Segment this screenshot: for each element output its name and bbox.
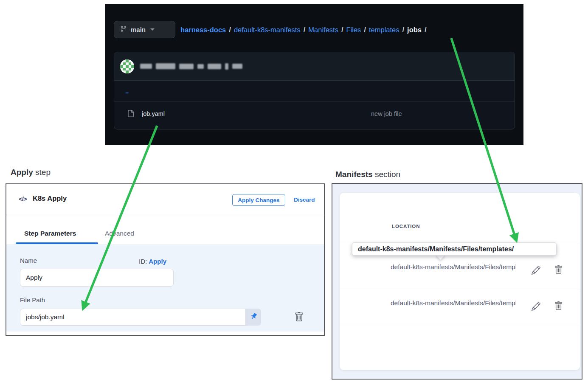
- breadcrumb-dir-manifests[interactable]: Manifests: [308, 26, 338, 34]
- branch-name: main: [131, 26, 146, 33]
- manifests-table-card: LOCATION default-k8s-manifests/Manifests…: [340, 193, 580, 370]
- tab-step-parameters[interactable]: Step Parameters: [24, 230, 76, 237]
- github-file-browser: main harness-docs / default-k8s-manifest…: [105, 4, 523, 145]
- delete-manifest-button[interactable]: [554, 301, 563, 310]
- name-field-label: Name: [20, 257, 37, 264]
- pin-icon: [250, 312, 258, 322]
- step-tabs: Step Parameters Advanced: [6, 215, 324, 245]
- avatar: [120, 59, 134, 73]
- id-prefix: ID:: [139, 258, 147, 265]
- breadcrumb-separator: /: [229, 26, 231, 34]
- manifests-section-panel: LOCATION default-k8s-manifests/Manifests…: [332, 183, 582, 380]
- trash-icon: [294, 317, 304, 323]
- step-header: </> K8s Apply Apply Changes Discard: [6, 184, 324, 215]
- file-path-field-label: File Path: [20, 296, 45, 304]
- manifest-row-location: default-k8s-manifests/Manifests/Files/te…: [391, 299, 516, 309]
- row-divider: [340, 325, 580, 325]
- parent-directory-link[interactable]: ..: [125, 87, 129, 95]
- breadcrumb-separator: /: [402, 26, 405, 34]
- code-step-icon: </>: [19, 195, 27, 203]
- apply-step-caption-bold: Apply: [11, 168, 33, 177]
- branch-selector[interactable]: main: [114, 21, 175, 38]
- manifests-caption-bold: Manifests: [335, 170, 373, 179]
- row-divider: [340, 289, 580, 289]
- chevron-down-icon: [150, 28, 155, 31]
- apply-step-caption-rest: step: [33, 168, 51, 177]
- name-input[interactable]: [20, 269, 174, 287]
- pin-fixed-value-button[interactable]: [246, 309, 261, 326]
- breadcrumb-separator: /: [341, 26, 343, 34]
- parent-directory-row[interactable]: ..: [114, 81, 515, 101]
- breadcrumb-dir-files[interactable]: Files: [346, 26, 361, 34]
- active-tab-underline: [16, 242, 98, 244]
- tab-advanced[interactable]: Advanced: [105, 230, 134, 237]
- apply-changes-button[interactable]: Apply Changes: [232, 194, 285, 206]
- apply-step-caption: Apply step: [11, 168, 51, 177]
- table-row-job-yaml[interactable]: job.yaml new job file: [114, 101, 515, 125]
- edit-manifest-button[interactable]: [532, 302, 540, 311]
- step-id-line: ID: Apply: [139, 258, 166, 265]
- id-value-link[interactable]: Apply: [149, 258, 166, 265]
- git-branch-icon: [120, 25, 127, 34]
- step-title: K8s Apply: [33, 194, 67, 203]
- delete-manifest-button[interactable]: [554, 265, 563, 274]
- file-table: .. job.yaml new job file: [114, 52, 515, 129]
- latest-commit-row[interactable]: [114, 52, 515, 81]
- screenshot-root: main harness-docs / default-k8s-manifest…: [0, 0, 588, 391]
- location-column-header: LOCATION: [392, 224, 420, 229]
- manifests-caption-rest: section: [373, 170, 400, 179]
- breadcrumb-separator: /: [304, 26, 306, 34]
- breadcrumb-dir-templates[interactable]: templates: [369, 26, 400, 34]
- file-icon: [127, 110, 134, 117]
- manifests-section-caption: Manifests section: [335, 170, 400, 179]
- redacted-commit-text: [140, 63, 242, 70]
- commit-message-link[interactable]: new job file: [371, 110, 402, 117]
- breadcrumb: harness-docs / default-k8s-manifests / M…: [180, 25, 427, 35]
- file-name-link[interactable]: job.yaml: [142, 110, 165, 117]
- edit-manifest-button[interactable]: [532, 266, 540, 275]
- file-path-input[interactable]: [20, 309, 246, 326]
- delete-file-path-button[interactable]: [294, 312, 304, 322]
- breadcrumb-dir-jobs-current: jobs: [407, 26, 422, 34]
- breadcrumb-separator: /: [364, 26, 366, 34]
- discard-button[interactable]: Discard: [294, 197, 315, 203]
- breadcrumb-separator: /: [425, 26, 427, 34]
- location-tooltip: default-k8s-manifests/Manifests/Files/te…: [352, 242, 557, 256]
- step-parameters-form: Name ID: Apply File Path: [6, 245, 324, 332]
- breadcrumb-repo[interactable]: harness-docs: [180, 26, 226, 34]
- manifest-row-location: default-k8s-manifests/Manifests/Files/te…: [391, 263, 516, 273]
- apply-step-panel: </> K8s Apply Apply Changes Discard Step…: [6, 183, 325, 336]
- breadcrumb-dir-default-k8s-manifests[interactable]: default-k8s-manifests: [234, 26, 301, 34]
